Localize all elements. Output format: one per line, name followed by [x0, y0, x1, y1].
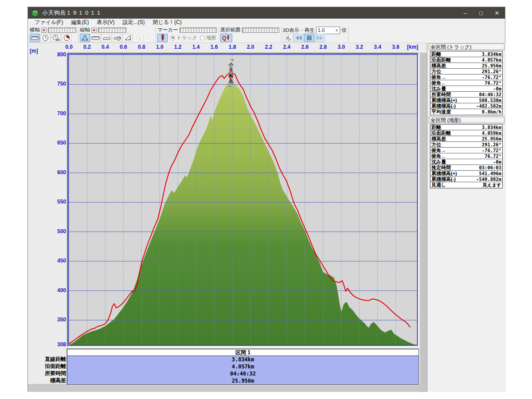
segment-row-labels: 直線距離沿面距離所要時間標高差: [31, 356, 66, 384]
y-tick-label: 750: [39, 81, 66, 87]
menu-bar: ファイル(F)編集(E)表示(V)設定...(S)閉じる！(C): [28, 19, 505, 26]
terrain-stat-value: 見えます: [482, 182, 501, 188]
yaxis-extra1-button[interactable]: 1: [133, 34, 143, 42]
playback-3d-view-button[interactable]: 0: [283, 34, 293, 42]
terrain-stat-row: 方位291.26°: [430, 142, 502, 148]
yaxis-distance-button[interactable]: [90, 34, 101, 42]
marker-target-terrain-radio[interactable]: 地形: [200, 35, 216, 41]
menu-item-2[interactable]: 表示(V): [93, 19, 118, 26]
track-stat-value: 04:46:32: [479, 92, 501, 97]
track-panel-title: 全区間 (トラック): [429, 43, 505, 50]
ghost-icon-2: ..: [145, 35, 152, 41]
yaxis-speed-button[interactable]: [101, 34, 111, 42]
toolbar-group-yaxis: 縦軸: [78, 26, 156, 43]
play-icon: [317, 35, 323, 40]
marker-pen-button[interactable]: [157, 34, 168, 42]
yaxis-extra2-button[interactable]: ..: [144, 34, 154, 42]
marker-slider[interactable]: [180, 27, 217, 33]
x-tick-label: 0.8: [135, 44, 148, 50]
terrain-stat-value: 4.059km: [482, 130, 501, 136]
track-stat-value: 3.834km: [482, 51, 501, 57]
yaxis-pace-button[interactable]: [112, 34, 122, 42]
radio-circle-icon: [200, 35, 205, 40]
peak-annotation-char: 「: [228, 57, 234, 62]
selection-group-label: 選択範囲: [220, 27, 241, 33]
terrain-stat-row: 推定時間03:06:03: [430, 165, 502, 171]
xaxis-slider-button[interactable]: [41, 27, 47, 33]
yaxis-slider-button[interactable]: [91, 27, 97, 33]
xaxis-time-number-button[interactable]: 123: [51, 34, 61, 42]
segment-label: 所要時間: [31, 370, 66, 377]
terrain-stat-value: 291.26°: [482, 142, 501, 147]
segment-label: 直線距離: [31, 356, 66, 363]
yaxis-elevation-button[interactable]: [80, 34, 90, 42]
plot-bottom-margin: [28, 384, 420, 392]
x-tick-label: 1.4: [189, 44, 203, 50]
track-stat-row: 距離3.834km: [430, 51, 502, 57]
maximize-button[interactable]: □: [473, 7, 489, 19]
x-tick-label: 1.2: [171, 44, 184, 50]
yaxis-group-label: 縦軸: [80, 27, 90, 33]
peak-annotation: 「小天狗岳」: [228, 56, 234, 90]
track-stat-value: 25.956m: [482, 63, 501, 68]
toolbar: 横軸: [28, 26, 505, 43]
track-stat-row: 方位291.26°: [430, 69, 502, 74]
y-tick-label: 800: [39, 51, 66, 58]
xaxis-scale-slider[interactable]: [48, 27, 76, 33]
mountain-icon: [81, 35, 89, 41]
close-button[interactable]: ✕: [489, 7, 505, 19]
terrain-stat-label: 俯角←: [431, 153, 446, 159]
x-tick-label: 0.2: [80, 44, 94, 50]
track-stat-value: 0.8km/h: [482, 109, 501, 115]
select-range-icon: Q: [222, 35, 231, 41]
menu-item-1[interactable]: 編集(E): [67, 19, 93, 26]
y-tick-label: 450: [39, 258, 66, 264]
yaxis-slope-button[interactable]: [122, 34, 133, 42]
playback-rate-select[interactable]: 1.0 ∨: [316, 27, 340, 34]
terrain-stat-label: 累積標高(-): [431, 176, 456, 182]
track-stat-row: 累積標高(+)508.538m: [430, 98, 502, 103]
terrain-stat-value: 25.956m: [482, 136, 501, 141]
x-tick-label: 1.6: [207, 44, 221, 50]
segment-value: 3.834km: [67, 356, 419, 363]
marker-target-track-radio[interactable]: トラック: [170, 35, 197, 41]
menu-item-3[interactable]: 設定...(S): [118, 19, 149, 26]
terrain-stat-value: -76.72°: [482, 148, 501, 153]
playback-rate-value: 1.0: [318, 27, 325, 33]
marker-pen-icon: [160, 34, 165, 41]
track-stats-table: 距離3.834km沿面距離4.057km標高差25.956m方位291.26°俯…: [430, 51, 503, 115]
speed-gauge-icon: [113, 35, 121, 41]
terrain-stat-label: 見通し: [431, 182, 446, 188]
window-title: 小天狗岳１９１０１１: [42, 9, 102, 17]
playback-rate-suffix: 倍: [341, 27, 347, 34]
terrain-stat-row: 俯角←76.72°: [430, 153, 502, 159]
elevation-plot[interactable]: [67, 53, 419, 347]
ghost-icon-1: 1: [135, 35, 141, 41]
xaxis-pie-button[interactable]: [62, 34, 72, 42]
x-tick-label: 1.0: [153, 44, 166, 50]
playback-stop-button[interactable]: [304, 34, 314, 42]
segment-label: 沿面距離: [31, 363, 66, 370]
yaxis-scale-slider[interactable]: [98, 27, 126, 33]
playback-play-button[interactable]: [315, 34, 325, 42]
menu-item-4[interactable]: 閉じる！(C): [149, 19, 185, 26]
track-stat-row: 所要時間04:46:32: [430, 92, 502, 98]
radio-dot-icon: [170, 35, 175, 40]
y-tick-label: 308: [39, 341, 66, 348]
selection-range-button[interactable]: Q: [220, 34, 232, 42]
selection-slider[interactable]: [242, 27, 279, 33]
x-tick-label: 3.4: [371, 44, 384, 50]
track-stat-row: 標高差25.956m: [430, 63, 502, 69]
menu-item-0[interactable]: ファイル(F): [31, 19, 67, 26]
x-tick-label: 0.0: [63, 44, 76, 50]
terrain-stat-label: 沿面距離: [431, 130, 451, 136]
svg-text:123: 123: [56, 39, 60, 41]
xaxis-time-button[interactable]: [40, 34, 51, 42]
minimize-button[interactable]: –: [457, 7, 473, 19]
playback-rewind-button[interactable]: [293, 34, 304, 42]
terrain-stat-value: -0m: [493, 159, 501, 164]
x-tick-label: 1.8: [226, 44, 239, 50]
xaxis-distance-button[interactable]: [30, 34, 40, 42]
3d-view-icon: 0: [284, 35, 292, 41]
segment-value: 04:46:32: [67, 370, 419, 377]
